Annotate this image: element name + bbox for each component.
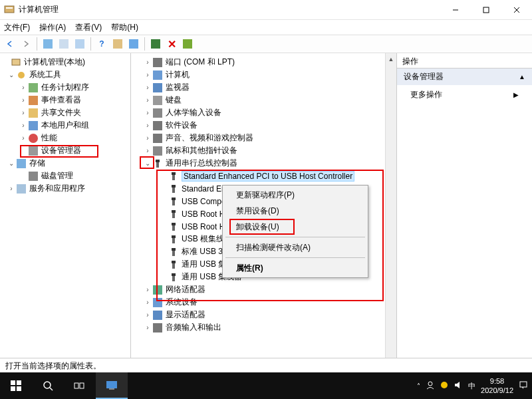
notification-icon[interactable]	[519, 380, 528, 391]
tray-volume-icon[interactable]	[454, 380, 463, 391]
taskbar-clock[interactable]: 9:58 2020/9/12	[481, 376, 513, 395]
tree-device-manager[interactable]: 设备管理器	[0, 144, 130, 157]
cat-network[interactable]: ›网络适配器	[131, 283, 396, 296]
cat-ports[interactable]: ›端口 (COM 和 LPT)	[131, 56, 396, 68]
tree-shared-folders[interactable]: ›共享文件夹	[0, 106, 130, 119]
cat-computers[interactable]: ›计算机	[131, 68, 396, 81]
tray-chevron-icon[interactable]: ˄	[417, 382, 420, 390]
svg-rect-34	[74, 383, 78, 388]
actions-more[interactable]: 更多操作 ▶	[397, 85, 532, 104]
event-icon	[28, 95, 39, 106]
close-button[interactable]	[501, 0, 532, 20]
usb-item[interactable]: Standard Enhanced PCI to USB Host Contro…	[131, 170, 396, 182]
usb-plug-icon	[168, 234, 179, 245]
forward-button[interactable]	[19, 37, 33, 51]
remove-icon[interactable]: ✕	[164, 37, 179, 51]
cat-usb[interactable]: ⌄通用串行总线控制器	[131, 157, 396, 170]
hid-icon	[152, 108, 163, 118]
menu-bar: 文件(F) 操作(A) 查看(V) 帮助(H)	[0, 20, 532, 35]
svg-rect-21	[172, 238, 175, 243]
computer-icon	[152, 70, 163, 80]
usb-plug-icon	[168, 272, 179, 283]
minimize-button[interactable]	[440, 0, 471, 20]
svg-rect-27	[172, 276, 175, 281]
svg-rect-28	[11, 380, 15, 385]
tray-ime[interactable]: 中	[468, 381, 475, 391]
svg-rect-29	[17, 380, 21, 385]
toolbar-cut-icon[interactable]	[41, 37, 55, 51]
tray-shield-icon[interactable]	[440, 380, 448, 391]
cat-monitors[interactable]: ›监视器	[131, 81, 396, 94]
actions-header: 操作	[397, 53, 532, 68]
usb-plug-icon	[168, 171, 179, 182]
cat-system-devices[interactable]: ›系统设备	[131, 296, 396, 309]
tree-disk-mgmt[interactable]: 磁盘管理	[0, 170, 130, 182]
monitor-icon	[152, 82, 163, 93]
menu-view[interactable]: 查看(V)	[75, 22, 102, 33]
menu-action[interactable]: 操作(A)	[39, 22, 66, 33]
start-button[interactable]	[0, 372, 32, 399]
usb-plug-icon	[168, 247, 179, 257]
device-mgr-icon	[28, 146, 39, 156]
toolbar-paste-icon[interactable]	[72, 37, 87, 51]
scrollbar-vertical[interactable]: ▲	[385, 53, 396, 358]
audio-icon	[152, 323, 163, 333]
svg-rect-23	[172, 251, 175, 256]
cat-sound[interactable]: ›声音、视频和游戏控制器	[131, 132, 396, 144]
tray-people-icon[interactable]	[426, 380, 435, 391]
ctx-properties[interactable]: 属性(R)	[224, 260, 366, 276]
search-button[interactable]	[32, 372, 64, 399]
network-icon	[152, 285, 163, 295]
perf-icon	[28, 133, 39, 144]
firmware-icon	[152, 120, 163, 131]
ctx-scan[interactable]: 扫描检测硬件改动(A)	[224, 239, 366, 255]
tree-performance[interactable]: ›性能	[0, 132, 130, 144]
tree-task-scheduler[interactable]: ›任务计划程序	[0, 81, 130, 94]
clock-icon	[28, 82, 39, 93]
tree-storage[interactable]: ⌄存储	[0, 157, 130, 170]
menu-help[interactable]: 帮助(H)	[111, 22, 138, 33]
back-button[interactable]	[3, 37, 17, 51]
taskbar: ˄ 中 9:58 2020/9/12	[0, 372, 532, 399]
svg-rect-0	[5, 6, 14, 13]
cat-display[interactable]: ›显示适配器	[131, 309, 396, 321]
ctx-update-driver[interactable]: 更新驱动程序(P)	[224, 187, 366, 203]
toolbar-copy-icon[interactable]	[57, 37, 71, 51]
refresh-icon[interactable]	[180, 37, 195, 51]
cat-firmware[interactable]: ›软件设备	[131, 119, 396, 132]
cat-hid[interactable]: ›人体学输入设备	[131, 106, 396, 119]
port-icon	[152, 57, 163, 68]
svg-rect-22	[172, 248, 176, 251]
help-icon[interactable]: ?	[94, 37, 109, 51]
maximize-button[interactable]	[471, 0, 501, 20]
collapse-icon[interactable]: ▲	[519, 73, 525, 80]
left-tree-pane: 计算机管理(本地) ⌄系统工具 ›任务计划程序 ›事件查看器 ›共享文件夹 ›本…	[0, 53, 131, 358]
tree-system-tools[interactable]: ⌄系统工具	[0, 68, 130, 81]
svg-rect-6	[12, 59, 20, 65]
taskview-button[interactable]	[64, 372, 96, 399]
menu-file[interactable]: 文件(F)	[4, 22, 30, 33]
taskbar-app[interactable]	[96, 372, 128, 399]
display-icon	[152, 310, 163, 321]
svg-rect-8	[156, 160, 160, 162]
tree-root[interactable]: 计算机管理(本地)	[0, 56, 130, 68]
wrench-icon	[16, 70, 27, 80]
svg-rect-35	[80, 383, 84, 388]
cat-audio-io[interactable]: ›音频输入和输出	[131, 321, 396, 334]
props-icon[interactable]	[110, 37, 125, 51]
monitor-icon[interactable]	[126, 37, 141, 51]
cat-mice[interactable]: ›鼠标和其他指针设备	[131, 144, 396, 157]
tree-services[interactable]: ›服务和应用程序	[0, 182, 130, 195]
ctx-uninstall[interactable]: 卸载设备(U)	[224, 219, 366, 235]
svg-rect-16	[172, 210, 176, 213]
tree-event-viewer[interactable]: ›事件查看器	[0, 94, 130, 106]
actions-section[interactable]: 设备管理器 ▲	[397, 68, 532, 85]
ctx-disable[interactable]: 禁用设备(D)	[224, 203, 366, 219]
scan-hw-icon[interactable]	[148, 37, 163, 51]
tree-local-users[interactable]: ›本地用户和组	[0, 119, 130, 132]
mouse-icon	[152, 146, 163, 156]
svg-rect-3	[483, 7, 489, 13]
usb-plug-icon	[168, 221, 179, 232]
cat-keyboards[interactable]: ›键盘	[131, 94, 396, 106]
actions-pane: 操作 设备管理器 ▲ 更多操作 ▶	[397, 53, 532, 358]
